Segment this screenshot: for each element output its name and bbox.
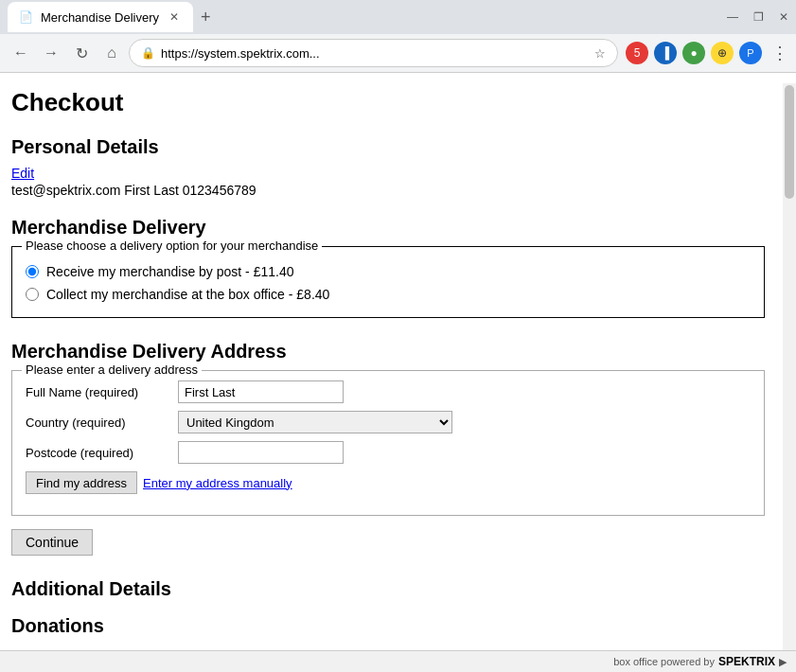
footer-bar: box office powered by SPEKTRIX ▶ [0,650,796,663]
country-label: Country (required) [26,416,172,430]
extension-3[interactable]: ● [682,42,705,64]
minimize-button[interactable]: — [727,10,738,24]
restore-button[interactable]: ❐ [753,10,764,24]
radio-collect-label: Collect my merchandise at the box office… [46,287,329,302]
postcode-label: Postcode (required) [26,446,172,460]
browser-avatar[interactable]: P [739,42,762,64]
tab-icon: 📄 [19,10,33,24]
scrollbar-thumb[interactable] [785,85,794,199]
enter-manually-link[interactable]: Enter my address manually [143,476,292,490]
extension-1[interactable]: 5 [626,42,648,64]
radio-post-label: Receive my merchandise by post - £11.40 [46,264,293,279]
home-button[interactable]: ⌂ [98,40,125,66]
footer-arrow-icon: ▶ [779,656,787,664]
footer-text: box office powered by [613,656,715,663]
delivery-options-fieldset: Please choose a delivery option for your… [11,246,765,318]
delivery-options-legend: Please choose a delivery option for your… [22,239,322,253]
country-select[interactable]: United Kingdom [178,411,452,433]
new-tab-button[interactable]: + [201,8,211,27]
delivery-option-post[interactable]: Receive my merchandise by post - £11.40 [26,264,751,279]
extension-4[interactable]: ⊕ [711,42,734,64]
bookmark-icon[interactable]: ☆ [594,46,606,61]
postcode-input[interactable] [178,441,344,464]
page-content: Checkout Personal Details Edit test@spek… [0,73,776,663]
browser-extensions: 5 ▐ ● ⊕ P ⋮ [626,42,788,64]
full-name-row: Full Name (required) [26,380,751,403]
country-row: Country (required) United Kingdom [26,411,751,433]
refresh-button[interactable]: ↻ [68,40,95,66]
personal-details-title: Personal Details [11,129,765,166]
radio-collect[interactable] [26,288,39,301]
extension-2[interactable]: ▐ [654,42,677,64]
browser-menu-button[interactable]: ⋮ [771,43,788,63]
address-legend: Please enter a delivery address [22,363,202,377]
address-actions-row: Find my address Enter my address manuall… [26,471,751,494]
continue-button[interactable]: Continue [11,529,93,556]
url-text: https://system.spektrix.com... [161,46,589,61]
full-name-label: Full Name (required) [26,385,172,399]
forward-button[interactable]: → [38,40,64,66]
tab-title: Merchandise Delivery [41,10,159,25]
checkout-title: Checkout [11,73,765,129]
delivery-option-collect[interactable]: Collect my merchandise at the box office… [26,287,751,302]
back-button[interactable]: ← [8,40,34,66]
window-controls: — ❐ ✕ [727,10,788,24]
spektrix-logo: SPEKTRIX [718,655,775,663]
lock-icon: 🔒 [141,46,155,60]
browser-tab[interactable]: 📄 Merchandise Delivery ✕ [8,2,193,32]
title-bar: 📄 Merchandise Delivery ✕ + — ❐ ✕ [0,0,796,34]
additional-details-title: Additional Details [11,571,765,608]
scrollbar-track [783,83,796,663]
address-fieldset: Please enter a delivery address Full Nam… [11,370,765,516]
personal-info: test@spektrix.com First Last 0123456789 [11,183,765,198]
donations-title: Donations [11,608,765,645]
nav-bar: ← → ↻ ⌂ 🔒 https://system.spektrix.com...… [0,34,796,72]
postcode-row: Postcode (required) [26,441,751,464]
radio-post[interactable] [26,265,39,278]
edit-link[interactable]: Edit [11,166,34,181]
find-address-button[interactable]: Find my address [26,471,137,494]
tab-close-button[interactable]: ✕ [167,9,182,25]
close-button[interactable]: ✕ [779,10,788,24]
address-bar[interactable]: 🔒 https://system.spektrix.com... ☆ [129,39,618,67]
browser-chrome: 📄 Merchandise Delivery ✕ + — ❐ ✕ ← → ↻ ⌂… [0,0,796,73]
full-name-input[interactable] [178,380,344,403]
